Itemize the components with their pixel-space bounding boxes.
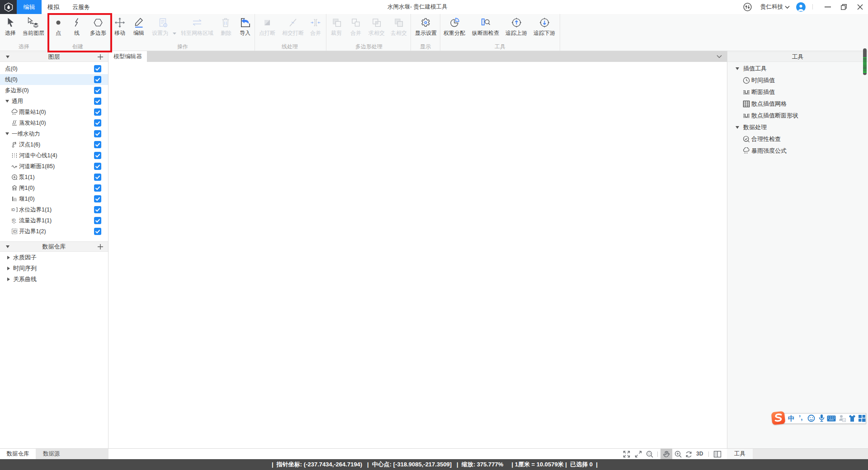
svg-text:ID: ID (11, 207, 15, 212)
svg-text:ID: ID (12, 218, 16, 222)
svg-text:ID: ID (13, 229, 17, 234)
